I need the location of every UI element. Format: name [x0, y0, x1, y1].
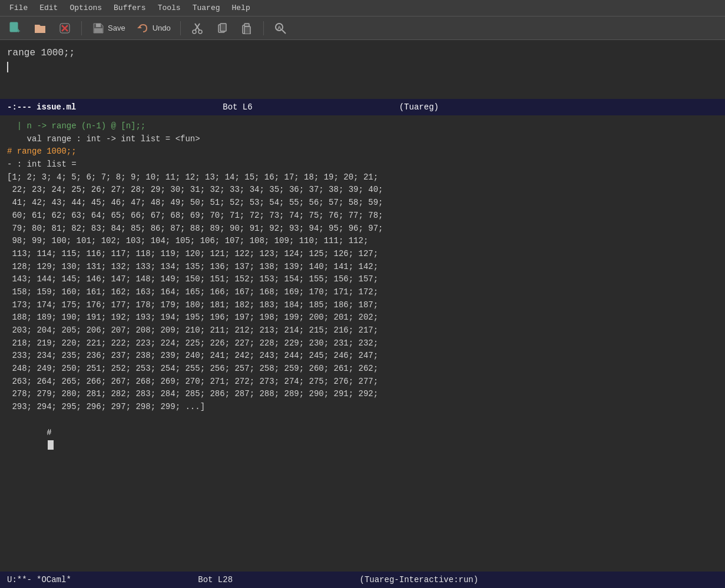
repl-line-4: - : int list = [7, 158, 718, 171]
close-file-button[interactable] [54, 19, 75, 38]
search-icon: A [273, 21, 287, 35]
undo-label: Undo [153, 24, 171, 32]
open-file-icon [33, 21, 47, 35]
svg-point-11 [198, 30, 202, 34]
repl-line-8: 60; 61; 62; 63; 64; 65; 66; 67; 68; 69; … [7, 210, 718, 222]
paste-icon [240, 21, 254, 35]
menu-tools[interactable]: Tools [153, 2, 186, 14]
menu-bar: File Edit Options Buffers Tools Tuareg H… [0, 0, 725, 16]
svg-point-10 [193, 30, 196, 34]
repl-line-17: 203; 204; 205; 206; 207; 208; 209; 210; … [7, 324, 718, 337]
new-file-button[interactable]: + [5, 19, 26, 38]
menu-options[interactable]: Options [65, 2, 107, 14]
hash-cmd-3: # range 1000;; [7, 147, 77, 156]
menu-buffers[interactable]: Buffers [109, 2, 151, 14]
open-file-button[interactable] [29, 19, 51, 38]
repl-hash-prompt: # [47, 428, 51, 437]
copy-button[interactable] [211, 19, 233, 38]
menu-help[interactable]: Help [227, 2, 254, 14]
top-editor[interactable]: range 1000;; [0, 40, 725, 99]
close-file-icon [58, 21, 72, 35]
repl-line-21: 263; 264; 265; 266; 267; 268; 269; 270; … [7, 376, 718, 388]
bottom-repl-panel[interactable]: | n -> range (n-1) @ [n];; val range : i… [0, 115, 725, 572]
repl-line-5: [1; 2; 3; 4; 5; 6; 7; 8; 9; 10; 11; 12; … [7, 171, 718, 184]
svg-rect-6 [94, 28, 102, 33]
repl-line-12: 128; 129; 130; 131; 132; 133; 134; 135; … [7, 261, 718, 274]
paste-button[interactable] [236, 19, 257, 38]
svg-text:A: A [277, 25, 282, 31]
repl-line-7: 41; 42; 43; 44; 45; 46; 47; 48; 49; 50; … [7, 197, 718, 210]
repl-line-11: 113; 114; 115; 116; 117; 118; 119; 120; … [7, 248, 718, 261]
menu-file[interactable]: File [5, 2, 32, 14]
svg-rect-5 [96, 24, 101, 27]
repl-line-9: 79; 80; 81; 82; 83; 84; 85; 86; 87; 88; … [7, 222, 718, 235]
repl-line-1: | n -> range (n-1) @ [n];; [7, 120, 718, 133]
toolbar-separator-2 [180, 21, 181, 35]
bottom-mode-filename: *OCaml* [37, 575, 71, 584]
repl-line-22: 278; 279; 280; 281; 282; 283; 284; 285; … [7, 388, 718, 401]
toolbar-separator-3 [263, 21, 264, 35]
repl-prompt-line[interactable]: # [7, 414, 718, 465]
repl-line-19: 233; 234; 235; 236; 237; 238; 239; 240; … [7, 350, 718, 363]
menu-edit[interactable]: Edit [35, 2, 62, 14]
mode-line-top: -:--- issue.ml Bot L6 (Tuareg) [0, 99, 725, 115]
toolbar: + [0, 16, 725, 40]
undo-icon [136, 21, 150, 35]
repl-line-20: 248; 249; 250; 251; 252; 253; 254; 255; … [7, 363, 718, 376]
repl-line-23: 293; 294; 295; 296; 297; 298; 299; ...] [7, 401, 718, 414]
cut-button[interactable] [187, 19, 208, 38]
editor-cursor [7, 62, 8, 72]
bottom-mode-line: U:**- *OCaml* Bot L28 (Tuareg-Interactiv… [0, 572, 725, 588]
new-file-icon: + [8, 21, 22, 35]
svg-marker-7 [137, 26, 142, 28]
save-button[interactable]: Save [88, 19, 129, 38]
bottom-mode-mode: (Tuareg-Interactive:run) [360, 575, 479, 584]
repl-line-16: 188; 189; 190; 191; 192; 193; 194; 195; … [7, 311, 718, 324]
svg-text:+: + [16, 27, 20, 34]
svg-line-18 [282, 30, 286, 34]
undo-button[interactable]: Undo [133, 19, 174, 38]
editor-line-1: range 1000;; [7, 46, 718, 60]
repl-line-15: 173; 174; 175; 176; 177; 178; 179; 180; … [7, 299, 718, 312]
repl-line-3: # range 1000;; [7, 145, 718, 158]
repl-line-6: 22; 23; 24; 25; 26; 27; 28; 29; 30; 31; … [7, 184, 718, 197]
editor-cursor-line [7, 60, 718, 74]
repl-line-13: 143; 144; 145; 146; 147; 148; 149; 150; … [7, 273, 718, 286]
content-area: range 1000;; -:--- issue.ml Bot L6 (Tuar… [0, 40, 725, 588]
save-label: Save [108, 24, 125, 32]
toolbar-separator-1 [81, 21, 82, 35]
bottom-mode-dashes: U:**- [7, 575, 32, 584]
mode-line-top-mode: (Tuareg) [399, 102, 439, 112]
cut-icon [190, 21, 204, 35]
bottom-mode-position: Bot L28 [198, 575, 233, 584]
menu-tuareg[interactable]: Tuareg [188, 2, 225, 14]
copy-icon [215, 21, 229, 35]
repl-line-14: 158; 159; 160; 161; 162; 163; 164; 165; … [7, 286, 718, 299]
repl-line-2: val range : int -> int list = <fun> [7, 133, 718, 146]
search-button[interactable]: A [270, 19, 291, 38]
save-icon [91, 21, 105, 35]
repl-cursor [48, 440, 54, 450]
mode-line-top-dashes: -:--- [7, 102, 32, 112]
repl-line-10: 98; 99; 100; 101; 102; 103; 104; 105; 10… [7, 235, 718, 248]
mode-line-top-position: Bot L6 [223, 102, 252, 112]
svg-rect-13 [220, 24, 226, 31]
main-container: File Edit Options Buffers Tools Tuareg H… [0, 0, 725, 588]
svg-rect-16 [244, 26, 250, 34]
repl-line-18: 218; 219; 220; 221; 222; 223; 224; 225; … [7, 337, 718, 350]
mode-line-top-filename: issue.ml [37, 102, 76, 112]
